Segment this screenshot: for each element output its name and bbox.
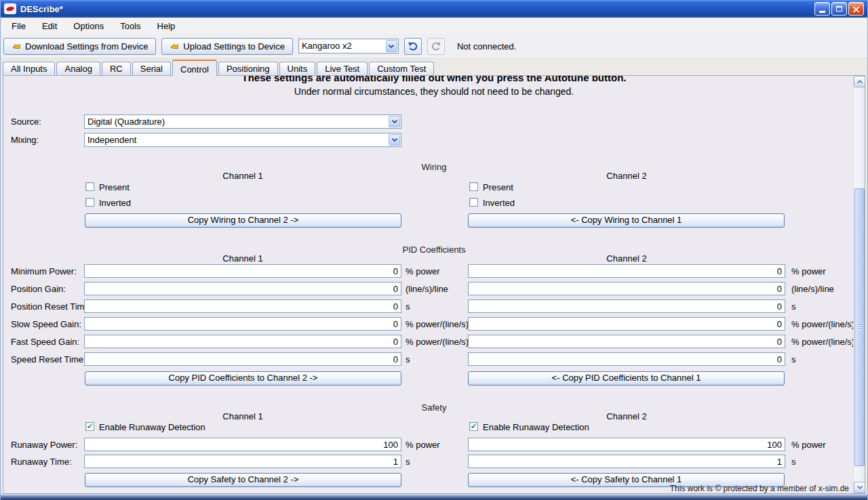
minimum-power-label: Minimum Power: bbox=[11, 266, 77, 276]
tab-units[interactable]: Units bbox=[279, 62, 316, 75]
chevron-down-icon bbox=[392, 120, 397, 123]
scrollbar-down-button[interactable] bbox=[854, 482, 865, 493]
ch1-slow-speed-gain-unit: % power/(line/s) bbox=[406, 319, 469, 329]
restore-icon bbox=[836, 6, 842, 12]
connection-status: Not connected. bbox=[457, 41, 516, 51]
menu-edit[interactable]: Edit bbox=[34, 19, 65, 33]
ch2-inverted-checkbox[interactable] bbox=[469, 198, 478, 207]
ch2-runaway-time-input[interactable] bbox=[468, 455, 785, 468]
safety-channel2-header: Channel 2 bbox=[468, 411, 785, 421]
ch2-runaway-time-unit: s bbox=[791, 457, 796, 467]
tab-custom-test[interactable]: Custom Test bbox=[369, 62, 434, 75]
window-bottom-frame bbox=[1, 494, 867, 500]
mixing-select[interactable]: Independent bbox=[84, 133, 401, 147]
runaway-power-label: Runaway Power: bbox=[11, 440, 77, 450]
pid-channel1-header: Channel 1 bbox=[84, 253, 401, 264]
ch2-minimum-power-input[interactable] bbox=[468, 264, 785, 278]
menu-options[interactable]: Options bbox=[65, 19, 112, 33]
redo-button[interactable] bbox=[427, 38, 445, 55]
ch1-enable-runaway-label: Enable Runaway Detection bbox=[99, 422, 205, 432]
ch2-fast-speed-gain-unit: % power/(line/s) bbox=[791, 337, 854, 347]
copy-pid-to-ch1-button[interactable]: <- Copy PID Coefficients to Channel 1 bbox=[468, 371, 785, 386]
ch2-position-reset-time-input[interactable] bbox=[468, 299, 785, 313]
ch1-runaway-time-input[interactable] bbox=[84, 455, 401, 468]
safety-channel1-header: Channel 1 bbox=[84, 411, 401, 421]
menu-tools[interactable]: Tools bbox=[112, 19, 149, 33]
title-bar: DEScribe* bbox=[1, 0, 867, 18]
ch1-fast-speed-gain-input[interactable] bbox=[84, 335, 401, 348]
restore-button[interactable] bbox=[831, 2, 847, 16]
scrollbar-thumb[interactable] bbox=[854, 188, 865, 466]
ch2-position-gain-unit: (line/s)/line bbox=[791, 284, 834, 294]
ch2-position-gain-input[interactable] bbox=[468, 282, 785, 295]
ch1-minimum-power-input[interactable] bbox=[84, 264, 401, 278]
menu-file[interactable]: File bbox=[3, 19, 34, 33]
download-settings-button[interactable]: Download Settings from Device bbox=[3, 38, 156, 55]
ch2-fast-speed-gain-input[interactable] bbox=[468, 335, 785, 348]
app-window: DEScribe* File Edit Options Tools Help D… bbox=[0, 0, 868, 500]
window-title: DEScribe* bbox=[20, 4, 63, 14]
position-reset-time-label: Position Reset Time: bbox=[11, 301, 92, 312]
ch2-enable-runaway-label: Enable Runaway Detection bbox=[483, 422, 589, 432]
pid-channel2-header: Channel 2 bbox=[468, 253, 785, 264]
source-select[interactable]: Digital (Quadrature) bbox=[84, 114, 401, 129]
ch2-enable-runaway-checkbox[interactable]: ✔ bbox=[469, 422, 478, 431]
undo-button[interactable] bbox=[404, 38, 422, 55]
source-select-arrow[interactable] bbox=[389, 116, 400, 127]
mixing-select-arrow[interactable] bbox=[389, 134, 400, 146]
tab-control[interactable]: Control bbox=[172, 60, 217, 76]
scrollbar-down-icon bbox=[857, 486, 863, 489]
tab-rc[interactable]: RC bbox=[102, 62, 131, 75]
ch2-slow-speed-gain-input[interactable] bbox=[468, 317, 785, 331]
ch1-present-checkbox[interactable] bbox=[85, 182, 94, 191]
close-icon bbox=[852, 5, 860, 13]
mixing-select-value: Independent bbox=[85, 133, 401, 147]
runaway-time-label: Runaway Time: bbox=[11, 457, 72, 467]
toolbar: Download Settings from Device Upload Set… bbox=[1, 34, 867, 59]
watermark-text: This work is © protected by a member of … bbox=[670, 484, 849, 493]
tab-live-test[interactable]: Live Test bbox=[317, 62, 368, 75]
device-select-arrow[interactable] bbox=[386, 40, 397, 52]
scrollbar-up-button[interactable] bbox=[854, 76, 865, 87]
download-settings-label: Download Settings from Device bbox=[25, 41, 148, 51]
speed-reset-time-label: Speed Reset Time: bbox=[11, 354, 86, 364]
ch1-speed-reset-time-input[interactable] bbox=[84, 352, 401, 366]
minimize-icon bbox=[819, 11, 825, 13]
autotune-subheading: Under normal circumstances, they should … bbox=[3, 86, 865, 97]
ch2-runaway-power-input[interactable] bbox=[468, 438, 785, 451]
device-select-value: Kangaroo x2 bbox=[299, 39, 398, 53]
device-select[interactable]: Kangaroo x2 bbox=[298, 39, 399, 54]
copy-wiring-to-ch1-button[interactable]: <- Copy Wiring to Channel 1 bbox=[468, 213, 785, 228]
mixing-label: Mixing: bbox=[11, 135, 39, 145]
copy-pid-to-ch2-button[interactable]: Copy PID Coefficients to Channel 2 -> bbox=[85, 371, 401, 386]
tab-analog[interactable]: Analog bbox=[56, 62, 100, 75]
ch1-inverted-label: Inverted bbox=[99, 198, 131, 208]
redo-icon bbox=[431, 41, 441, 51]
position-gain-label: Position Gain: bbox=[11, 284, 66, 294]
ch2-inverted-label: Inverted bbox=[483, 198, 515, 208]
minimize-button[interactable] bbox=[814, 2, 830, 16]
source-label: Source: bbox=[11, 117, 41, 127]
ch1-inverted-checkbox[interactable] bbox=[85, 198, 94, 207]
close-button[interactable] bbox=[848, 2, 864, 16]
copy-wiring-to-ch2-button[interactable]: Copy Wiring to Channel 2 -> bbox=[85, 213, 401, 228]
ch2-runaway-power-unit: % power bbox=[791, 440, 826, 450]
ch1-runaway-power-input[interactable] bbox=[84, 438, 401, 451]
tab-positioning[interactable]: Positioning bbox=[218, 62, 278, 75]
tab-serial[interactable]: Serial bbox=[132, 62, 171, 75]
ch1-slow-speed-gain-input[interactable] bbox=[84, 317, 401, 331]
ch1-position-gain-input[interactable] bbox=[84, 282, 401, 295]
ch2-minimum-power-unit: % power bbox=[791, 266, 826, 276]
copy-safety-to-ch2-button[interactable]: Copy Safety to Channel 2 -> bbox=[85, 473, 401, 487]
menu-help[interactable]: Help bbox=[149, 19, 184, 33]
vertical-scrollbar[interactable] bbox=[853, 76, 865, 493]
tab-all-inputs[interactable]: All Inputs bbox=[3, 62, 55, 75]
ch1-position-reset-time-input[interactable] bbox=[84, 299, 401, 313]
ch1-enable-runaway-checkbox[interactable]: ✔ bbox=[85, 422, 94, 431]
ch2-present-checkbox[interactable] bbox=[469, 182, 478, 191]
ch1-position-reset-time-unit: s bbox=[406, 301, 410, 312]
ch2-speed-reset-time-input[interactable] bbox=[468, 352, 785, 366]
upload-settings-button[interactable]: Upload Settings to Device bbox=[161, 38, 293, 55]
tab-bar: All Inputs Analog RC Serial Control Posi… bbox=[1, 59, 867, 75]
autotune-heading: These settings are automatically filled … bbox=[3, 75, 865, 83]
